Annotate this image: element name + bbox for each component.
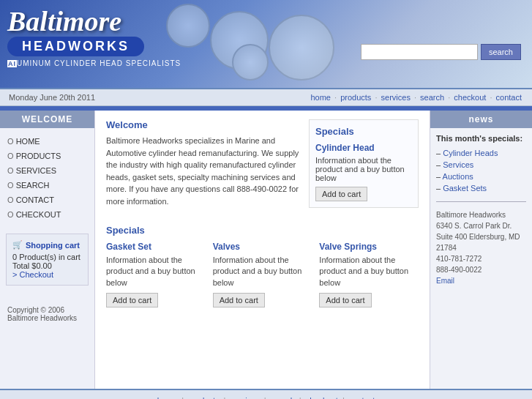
footer-services[interactable]: services (230, 396, 259, 399)
nav-search[interactable]: search (420, 93, 444, 102)
footer-contact[interactable]: contact (349, 396, 375, 399)
special-valve-springs: Valve Springs Information about the prod… (319, 242, 419, 307)
news-item-services[interactable]: Services (436, 159, 526, 171)
header-search-form: search (361, 44, 521, 60)
footer-sep-2: | (224, 396, 226, 399)
sep-4: · (448, 93, 450, 102)
top-nav: Monday June 20th 2011 home · products · … (0, 88, 532, 106)
cylinder-head-special: Specials Cylinder Head Information about… (309, 119, 419, 208)
sidebar-item-checkout[interactable]: CHECKOUT (0, 207, 94, 222)
shopping-cart-widget: 🛒 Shopping cart 0 Product(s) in cart Tot… (6, 234, 89, 286)
main-layout: WELCOME HOME PRODUCTS SERVICES SEARCH CO… (0, 111, 532, 389)
copyright: Copyright © 2006 Baltimore Headworks (0, 300, 94, 328)
cylinder-head-desc: Information about the product and a buy … (315, 156, 412, 182)
news-link-gasket-sets[interactable]: Gasket Sets (443, 184, 487, 193)
logo-subtitle: AIUMINUM CYLINDER HEAD SPECIALISTS (7, 59, 181, 67)
nav-home[interactable]: home (310, 93, 331, 102)
date-display: Monday June 20th 2011 (9, 93, 95, 102)
sidebar-item-contact[interactable]: CONTACT (0, 193, 94, 207)
gasket-set-add-to-cart[interactable]: Add to cart (106, 293, 158, 307)
news-item-auctions[interactable]: Auctions (436, 171, 526, 182)
header: Baltimore HEADWORKS AIUMINUM CYLINDER HE… (0, 0, 532, 88)
news-address: Baltimore Headworks 6340 S. Carrol Park … (436, 209, 526, 286)
nav-checkout[interactable]: checkout (454, 93, 486, 102)
specials-grid: Gasket Set Information about the product… (106, 242, 419, 307)
content-inner: Welcome Baltimore Headworks specializes … (106, 119, 419, 216)
valve-springs-add-to-cart[interactable]: Add to cart (319, 293, 371, 307)
header-search-button[interactable]: search (481, 44, 521, 60)
news-content: This month's specials: Cylinder Heads Se… (430, 128, 532, 292)
nav-contact[interactable]: contact (496, 93, 522, 102)
decor-circle-3 (269, 15, 334, 81)
logo-ai: AI (7, 60, 17, 67)
sidebar-link-products[interactable]: PRODUCTS (16, 152, 61, 160)
top-nav-links: home · products · services · search · ch… (309, 93, 523, 102)
sidebar-link-contact[interactable]: CONTACT (16, 195, 54, 204)
footer-sep-4: | (299, 396, 301, 399)
special-gasket-set: Gasket Set Information about the product… (106, 242, 206, 307)
header-decoration (166, 0, 386, 88)
main-content: Welcome Baltimore Headworks specializes … (95, 111, 430, 389)
cylinder-head-add-to-cart[interactable]: Add to cart (315, 187, 367, 201)
sep-3: · (414, 93, 416, 102)
address-email-link[interactable]: Email (436, 277, 454, 285)
cart-label: Shopping cart (26, 241, 80, 250)
news-list: Cylinder Heads Services Auctions Gasket … (436, 147, 526, 194)
address-phone2: 888-490-0022 (436, 264, 526, 275)
news-link-services[interactable]: Services (443, 160, 473, 169)
sidebar: WELCOME HOME PRODUCTS SERVICES SEARCH CO… (0, 111, 95, 389)
sidebar-link-services[interactable]: SERVICES (16, 166, 56, 175)
news-panel: news This month's specials: Cylinder Hea… (430, 111, 532, 389)
footer-sep-3: | (264, 396, 266, 399)
welcome-title: Welcome (106, 119, 301, 130)
footer-sep-1: | (181, 396, 184, 399)
news-divider (436, 201, 526, 202)
content-right: Specials Cylinder Head Information about… (309, 119, 419, 216)
cart-title: 🛒 Shopping cart (12, 240, 82, 250)
header-search-input[interactable] (361, 44, 478, 60)
news-item-cylinder-heads[interactable]: Cylinder Heads (436, 147, 526, 159)
gasket-set-name: Gasket Set (106, 242, 206, 252)
sep-5: · (490, 93, 492, 102)
content-left: Welcome Baltimore Headworks specializes … (106, 119, 301, 216)
sidebar-item-products[interactable]: PRODUCTS (0, 149, 94, 163)
welcome-text: Baltimore Headworks specializes in Marin… (106, 135, 301, 207)
special-valves: Valves Information about the product and… (213, 242, 312, 307)
gasket-set-desc: Information about the product and a buy … (106, 255, 206, 288)
sep-2: · (375, 93, 377, 102)
nav-services[interactable]: services (381, 93, 411, 102)
cylinder-head-name: Cylinder Head (315, 143, 412, 153)
valves-name: Valves (213, 242, 312, 252)
footer-checkout[interactable]: checkout (306, 396, 338, 399)
sidebar-item-search[interactable]: SEARCH (0, 178, 94, 193)
valves-add-to-cart[interactable]: Add to cart (213, 293, 265, 307)
footer-products[interactable]: products (188, 396, 219, 399)
sidebar-item-home[interactable]: HOME (0, 134, 94, 149)
cart-total: Total $0.00 (12, 261, 82, 270)
decor-circle-4 (232, 44, 269, 81)
footer-sep-5: | (342, 396, 345, 399)
footer: home | products | services | search | ch… (0, 389, 532, 399)
address-phone1: 410-781-7272 (436, 253, 526, 264)
sidebar-link-checkout[interactable]: CHECKOUT (16, 210, 61, 219)
news-month-title: This month's specials: (436, 134, 526, 143)
address-company: Baltimore Headworks (436, 209, 526, 220)
news-link-cylinder-heads[interactable]: Cylinder Heads (443, 149, 498, 157)
footer-search[interactable]: search (271, 396, 295, 399)
valves-desc: Information about the product and a buy … (213, 255, 312, 288)
nav-products[interactable]: products (340, 93, 371, 102)
logo-subtitle-text: UMINUM CYLINDER HEAD SPECIALISTS (17, 59, 181, 67)
news-link-auctions[interactable]: Auctions (443, 172, 473, 181)
sep-1: · (334, 93, 337, 102)
news-item-gasket-sets[interactable]: Gasket Sets (436, 182, 526, 194)
cart-icon: 🛒 (12, 240, 23, 250)
sidebar-link-search[interactable]: SEARCH (16, 181, 50, 190)
sidebar-link-home[interactable]: HOME (16, 137, 40, 146)
sidebar-item-services[interactable]: SERVICES (0, 163, 94, 178)
cart-checkout-link[interactable]: > Checkout (12, 270, 53, 279)
specials-title-top: Specials (315, 126, 412, 137)
logo-headworks: HEADWORKS (7, 37, 144, 56)
valve-springs-name: Valve Springs (319, 242, 419, 252)
address-street: 6340 S. Carrol Park Dr. Suite 400 Elders… (436, 220, 526, 253)
footer-home[interactable]: home (157, 396, 178, 399)
